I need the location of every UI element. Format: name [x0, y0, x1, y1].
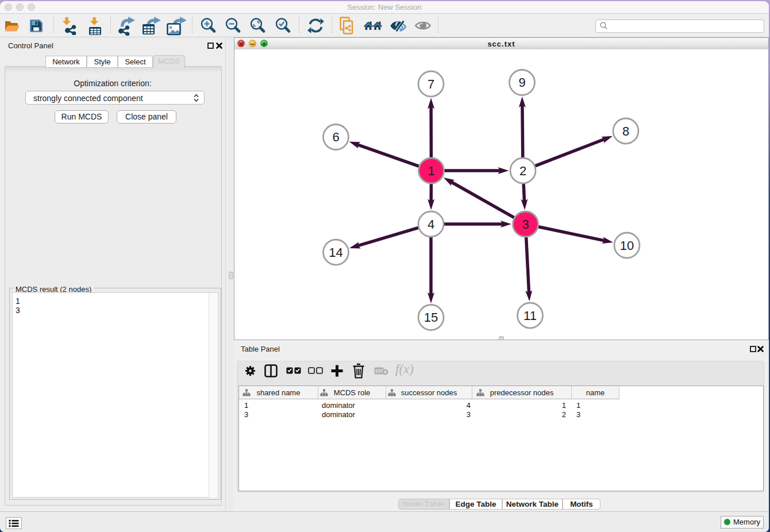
svg-text:9: 9 — [518, 75, 525, 90]
svg-text:11: 11 — [523, 309, 537, 323]
svg-text:15: 15 — [424, 310, 438, 325]
svg-text:10: 10 — [620, 238, 634, 253]
svg-text:1: 1 — [428, 164, 434, 178]
svg-text:6: 6 — [332, 130, 339, 144]
svg-text:4: 4 — [428, 217, 434, 232]
svg-text:3: 3 — [522, 217, 529, 232]
svg-text:14: 14 — [329, 245, 342, 260]
svg-text:8: 8 — [622, 124, 629, 138]
svg-text:7: 7 — [428, 77, 434, 91]
svg-text:2: 2 — [519, 164, 526, 178]
